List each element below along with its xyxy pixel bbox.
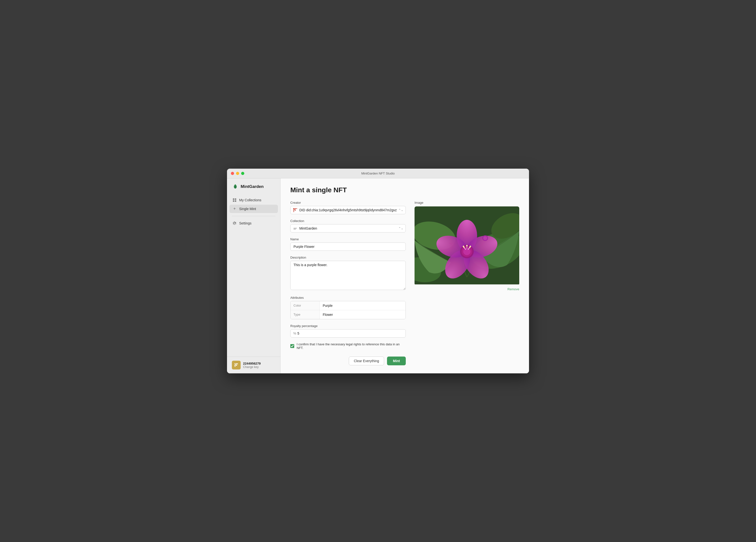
collection-group: Collection MintGarden ⌃⌄ xyxy=(290,219,406,232)
svg-point-46 xyxy=(463,247,464,248)
description-textarea[interactable]: This is a purple flower. xyxy=(290,261,406,290)
creator-select[interactable]: DID did:chia:1u9qvrgq26vl4nhvfg5mtsh9tst… xyxy=(290,206,406,214)
close-button[interactable] xyxy=(231,172,234,175)
form-left: Creator DID did:chia:1u9 xyxy=(290,201,406,365)
traffic-lights xyxy=(231,172,244,175)
collection-label: Collection xyxy=(290,219,406,223)
creator-select-wrapper: DID did:chia:1u9qvrgq26vl4nhvfg5mtsh9tst… xyxy=(290,206,406,214)
app-window: MintGarden NFT Studio MintGarden xyxy=(227,169,529,373)
logo-text: MintGarden xyxy=(241,184,264,189)
logo-area: MintGarden xyxy=(227,183,280,196)
key-number: 2244956279 xyxy=(243,362,261,365)
footer-key-info: 2244956279 Change key xyxy=(243,362,261,369)
name-input[interactable] xyxy=(290,242,406,251)
sidebar-item-settings[interactable]: Settings xyxy=(229,219,278,227)
settings-label: Settings xyxy=(239,221,252,225)
attributes-table: Color Purple Type Flower xyxy=(290,301,406,319)
minimize-button[interactable] xyxy=(236,172,239,175)
logo-icon xyxy=(232,183,239,190)
form-right: Image xyxy=(415,201,519,291)
svg-rect-1 xyxy=(235,198,236,200)
creator-label: Creator xyxy=(290,201,406,204)
image-container xyxy=(415,206,519,286)
name-group: Name xyxy=(290,237,406,251)
name-label: Name xyxy=(290,237,406,241)
svg-rect-10 xyxy=(237,363,238,364)
svg-rect-8 xyxy=(235,364,236,365)
attribute-key-type: Type xyxy=(291,310,320,319)
royalty-label: Royalty percentage xyxy=(290,324,406,328)
app-body: MintGarden My Collections xyxy=(227,178,529,373)
collection-select[interactable]: MintGarden xyxy=(290,224,406,232)
checkbox-row: I confirm that I have the necessary lega… xyxy=(290,343,406,350)
svg-point-47 xyxy=(469,247,470,248)
mint-button[interactable]: Mint xyxy=(387,357,406,365)
royalty-input[interactable] xyxy=(290,329,406,338)
window-title: MintGarden NFT Studio xyxy=(361,171,395,175)
gear-icon xyxy=(232,221,237,225)
grid-icon xyxy=(232,198,237,202)
key-icon xyxy=(232,361,241,370)
table-row: Type Flower xyxy=(291,310,406,319)
description-group: Description This is a purple flower. xyxy=(290,255,406,291)
svg-rect-0 xyxy=(233,198,234,200)
change-key-link[interactable]: Change key xyxy=(243,365,261,369)
description-label: Description xyxy=(290,255,406,259)
titlebar: MintGarden NFT Studio xyxy=(227,169,529,178)
form-layout: Creator DID did:chia:1u9 xyxy=(290,201,519,365)
creator-group: Creator DID did:chia:1u9 xyxy=(290,201,406,214)
sidebar-item-my-collections[interactable]: My Collections xyxy=(229,196,278,204)
action-buttons: Clear Everything Mint xyxy=(290,357,406,365)
sidebar-item-single-mint[interactable]: Single Mint xyxy=(229,205,278,213)
image-remove: Remove xyxy=(415,287,519,291)
remove-image-button[interactable]: Remove xyxy=(508,287,519,291)
sidebar-nav-settings: Settings xyxy=(227,219,280,227)
svg-rect-3 xyxy=(235,200,236,202)
attributes-label: Attributes xyxy=(290,296,406,300)
attribute-value-type: Flower xyxy=(320,310,406,319)
sidebar-divider xyxy=(232,216,275,216)
sidebar-item-label: My Collections xyxy=(239,198,261,202)
royalty-input-wrapper: % xyxy=(290,329,406,338)
clear-everything-button[interactable]: Clear Everything xyxy=(349,357,384,365)
checkbox-label: I confirm that I have the necessary lega… xyxy=(297,343,406,350)
sidebar-nav: My Collections Single Mint xyxy=(227,196,280,213)
attributes-group: Attributes Color Purple Type Flower xyxy=(290,296,406,319)
sparkle-icon xyxy=(232,207,237,211)
attribute-value-color: Purple xyxy=(320,301,406,310)
sidebar-item-label: Single Mint xyxy=(239,207,256,211)
svg-point-49 xyxy=(483,236,487,240)
sidebar: MintGarden My Collections xyxy=(227,178,281,373)
svg-point-45 xyxy=(470,246,471,247)
attribute-key-color: Color xyxy=(291,301,320,310)
table-row: Color Purple xyxy=(291,301,406,310)
sidebar-footer: 2244956279 Change key xyxy=(227,357,280,373)
flower-image xyxy=(415,206,519,285)
fullscreen-button[interactable] xyxy=(241,172,244,175)
legal-checkbox[interactable] xyxy=(290,344,294,348)
svg-point-44 xyxy=(463,246,464,247)
svg-rect-9 xyxy=(235,366,236,367)
main-content: Mint a single NFT Creator xyxy=(281,178,529,373)
page-title: Mint a single NFT xyxy=(290,186,519,194)
image-label: Image xyxy=(415,201,519,204)
collection-select-wrapper: MintGarden ⌃⌄ xyxy=(290,224,406,232)
svg-rect-2 xyxy=(233,200,234,202)
svg-point-32 xyxy=(463,248,471,255)
royalty-group: Royalty percentage % xyxy=(290,324,406,338)
svg-point-43 xyxy=(466,245,467,246)
